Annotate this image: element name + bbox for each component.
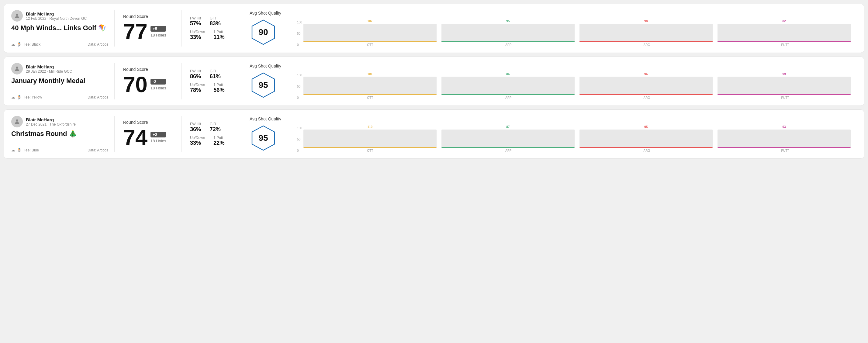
bar-line [303,147,437,148]
score-number: 74 [123,126,148,148]
left-panel: Blair McHarg 12 Feb 2022 · Royal North D… [11,10,115,46]
chart-x-label: ARG [580,96,714,99]
user-info: Blair McHarg 12 Feb 2022 · Royal North D… [11,10,108,22]
stats-row-top: FW Hit 86% GIR 61% [190,69,234,80]
fw-hit-label: FW Hit [190,122,201,126]
gir-value: 61% [210,73,221,80]
bar-value: 87 [506,125,509,129]
bar-bg [303,129,437,148]
score-holes: 18 Holes [151,139,166,143]
x-labels-row: OTT APP ARG PUTT [303,96,852,99]
bar-bg [717,129,851,148]
svg-point-0 [16,14,18,16]
oneputt-value: 22% [213,140,224,146]
score-row: 74 +2 18 Holes [123,126,173,148]
data-source: Data: Arccos [88,148,108,152]
y-label-bot: 0 [297,96,302,99]
bar-line [303,94,437,95]
user-name: Blair McHarg [26,64,72,69]
stats-panel: FW Hit 86% GIR 61% Up/Down 78% 1 Putt [182,63,242,99]
oneputt-label: 1 Putt [213,83,224,87]
chart-wrapper: 100 50 0 107 95 98 [297,10,852,46]
chart-panel: 100 50 0 107 95 98 [291,10,857,46]
bars-and-labels: 110 87 95 93 [303,122,852,152]
user-icon [14,65,20,72]
avatar [11,63,23,74]
hexagon: 90 [250,19,277,46]
score-row: 70 -2 18 Holes [123,73,173,95]
bar-value: 95 [506,20,509,23]
gir-stat: GIR 61% [210,69,221,80]
bar-line [580,94,713,95]
gir-label: GIR [210,16,221,20]
quality-score: 95 [258,133,268,143]
gir-value: 72% [210,126,221,132]
left-panel: Blair McHarg 27 Dec 2021 · The Oxfordshi… [11,116,115,152]
score-holes: 18 Holes [151,86,166,90]
bar-bg [303,24,437,42]
stats-row-top: FW Hit 36% GIR 72% [190,122,234,132]
fw-hit-stat: FW Hit 57% [190,16,201,27]
bar-value: 107 [367,20,372,23]
user-icon [14,12,20,19]
chart-x-label: PUTT [718,149,852,152]
bottom-info: ☁ 🏌 Tee: Black Data: Arccos [11,42,108,46]
chart-panel: 100 50 0 101 86 96 [291,63,857,99]
tee-label: Tee: Black [24,42,40,46]
svg-point-4 [16,120,18,122]
oneputt-value: 11% [213,34,224,40]
score-detail: -2 18 Holes [151,79,166,90]
updown-label: Up/Down [190,83,205,87]
stats-row-bot: Up/Down 33% 1 Putt 22% [190,136,234,146]
updown-stat: Up/Down 78% [190,83,205,93]
stats-panel: FW Hit 57% GIR 83% Up/Down 33% 1 Putt [182,10,242,46]
bar-value: 82 [782,20,785,23]
user-icon [14,118,20,125]
score-label: Round Score [123,120,173,125]
bar-value: 95 [644,125,648,129]
chart-bar-putt: 82 [717,16,851,42]
gir-label: GIR [210,69,221,73]
chart-bar-ott: 107 [303,16,437,42]
chart-wrapper: 100 50 0 101 86 96 [297,63,852,99]
bar-line [441,41,575,42]
bar-bg [717,24,851,42]
chart-bar-app: 87 [441,122,575,148]
user-date: 12 Feb 2022 · Royal North Devon GC [26,17,87,21]
chart-x-label: APP [442,43,575,46]
bars-row: 110 87 95 93 [303,122,852,148]
left-panel: Blair McHarg 29 Jan 2022 · Mill Ride GCC… [11,63,115,99]
hexagon: 95 [250,71,277,99]
chart-bar-arg: 95 [580,122,713,148]
data-source: Data: Arccos [88,95,108,99]
chart-bar-app: 86 [441,69,575,95]
chart-x-label: APP [442,96,575,99]
score-label: Round Score [123,67,173,72]
tee-label: Tee: Blue [24,148,39,152]
fw-hit-value: 57% [190,20,201,27]
quality-panel: Avg Shot Quality 95 [242,116,291,152]
user-text: Blair McHarg 29 Jan 2022 · Mill Ride GCC [26,64,72,73]
chart-x-label: APP [442,149,575,152]
bar-value: 96 [644,72,648,76]
y-label-bot: 0 [297,43,302,46]
data-source: Data: Arccos [88,42,108,46]
score-panel: Round Score 70 -2 18 Holes [115,63,182,99]
bottom-info: ☁ 🏌 Tee: Blue Data: Arccos [11,148,108,152]
round-title: January Monthly Medal [11,77,108,85]
fw-hit-stat: FW Hit 36% [190,122,201,132]
stats-row-top: FW Hit 57% GIR 83% [190,16,234,27]
oneputt-stat: 1 Putt 22% [213,136,224,146]
updown-value: 78% [190,87,205,93]
score-label: Round Score [123,14,173,19]
avatar [11,116,23,127]
oneputt-label: 1 Putt [213,30,224,34]
bar-line [717,41,851,42]
y-label-top: 100 [297,73,302,77]
fw-hit-label: FW Hit [190,16,201,20]
bars-row: 101 86 96 99 [303,69,852,95]
user-date: 27 Dec 2021 · The Oxfordshire [26,122,76,126]
chart-x-label: OTT [303,43,437,46]
bag-icon: 🏌 [17,95,22,99]
stats-panel: FW Hit 36% GIR 72% Up/Down 33% 1 Putt [182,116,242,152]
